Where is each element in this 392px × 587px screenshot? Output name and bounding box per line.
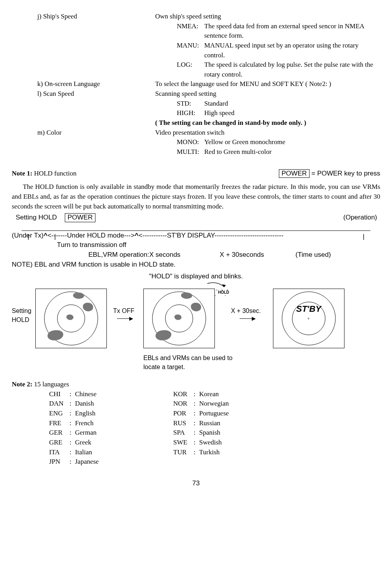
arrow-icon	[117, 318, 133, 319]
power-box-inline: POWER	[65, 213, 95, 222]
lang-code: GRE	[49, 438, 70, 448]
ebl-foot-line: EBLs and VRMs can be used to locate a ta…	[143, 353, 238, 371]
lang-row: GER: GermanSPA: Spanish	[12, 428, 380, 438]
note1-paragraph: The HOLD function is only available in s…	[12, 182, 380, 211]
lang-name: Turkish	[199, 448, 270, 457]
lang-row: ENG: EnglishPOR: Portuguese	[12, 409, 380, 419]
hold-blinks-line: "HOLD" is displayed and blinks.	[12, 272, 380, 282]
lang-code: FRE	[49, 419, 70, 428]
lang-name: German	[75, 428, 146, 438]
lang-code: SPA	[173, 428, 194, 438]
lang-name: Italian	[75, 448, 146, 457]
stby-text: ST'BY	[296, 304, 321, 314]
lang-code: CHI	[49, 390, 70, 399]
lang-code: DAN	[49, 399, 70, 409]
lang-code: JPN	[49, 457, 70, 467]
operation-label: (Operation)	[343, 213, 377, 223]
hold-indicator: HOLD	[218, 290, 229, 294]
lang-row: GRE: GreekSWE: Swedish	[12, 438, 380, 448]
lang-code: POR	[173, 409, 194, 419]
lang-code: ENG	[49, 409, 70, 419]
arrow-icon	[240, 318, 255, 319]
language-table: CHI: ChineseKOR: KoreanDAN: DanishNOR: N…	[12, 390, 380, 467]
lang-name: Greek	[75, 438, 146, 448]
lang-code: GER	[49, 428, 70, 438]
lang-row: FRE: FrenchRUS: Russian	[12, 419, 380, 428]
radar-screen-3: + ST'BY	[273, 289, 344, 348]
lang-name: Portuguese	[199, 409, 270, 419]
lang-name: English	[75, 409, 146, 419]
lang-code: TUR	[173, 448, 194, 457]
lang-code: RUS	[173, 419, 194, 428]
lang-name: French	[75, 419, 146, 428]
mode-timeline: (Under Tx)^<-------Under HOLD mode--->^<…	[12, 231, 380, 241]
lang-name: Spanish	[199, 428, 270, 438]
note1-title: Note 1:	[12, 170, 32, 177]
note2-block: Note 2: 15 languages	[12, 380, 380, 390]
lang-name: Danish	[75, 399, 146, 409]
def-body: Own ship's speed setting	[155, 12, 380, 22]
lang-row: CHI: ChineseKOR: Korean	[12, 390, 380, 399]
radar-screen-2: +	[143, 289, 215, 348]
tx-off-label: Tx OFF	[113, 306, 134, 315]
lang-code: KOR	[173, 390, 194, 399]
standby-note: ( The setting can be changed in stand-by…	[155, 118, 380, 128]
lang-code: SWE	[173, 438, 194, 448]
page-number: 73	[12, 479, 380, 488]
ebl-note-line: NOTE) EBL and VRM function is usable in …	[12, 260, 380, 270]
lang-code: NOR	[173, 399, 194, 409]
setting-hold-label2: Setting HOLD	[12, 306, 31, 324]
setting-hold-label: Setting HOLD	[16, 213, 57, 223]
lang-name: Swedish	[199, 438, 270, 448]
def-label: j) Ship's Speed	[12, 12, 155, 22]
lang-name: Russian	[199, 419, 270, 428]
lang-name: Chinese	[75, 390, 146, 399]
power-key-box: POWER	[279, 169, 310, 178]
svg-text:+: +	[307, 316, 310, 322]
lang-name: Norwegian	[199, 399, 270, 409]
lang-name: Korean	[199, 390, 270, 399]
hold-diagram: Setting HOLD + Tx OFF + - - - HOLD ` ` X…	[12, 285, 380, 379]
note1-header: Note 1: HOLD function POWER = POWER key …	[12, 169, 380, 179]
lang-row: DAN: DanishNOR: Norwegian	[12, 399, 380, 409]
sub-row: NMEA:The speed data fed from an external…	[155, 22, 380, 41]
lang-code: ITA	[49, 448, 70, 457]
lang-row: ITA: ItalianTUR: Turkish	[12, 448, 380, 457]
def-row: j) Ship's Speed Own ship's speed setting	[12, 12, 380, 22]
x30-label: X + 30sec.	[231, 306, 261, 315]
lang-name: Japanese	[75, 457, 146, 467]
radar-screen-1: +	[35, 289, 107, 348]
tx-off-line: Turn to transmission off	[57, 240, 380, 250]
lang-row: JPN: Japanese	[12, 457, 380, 467]
